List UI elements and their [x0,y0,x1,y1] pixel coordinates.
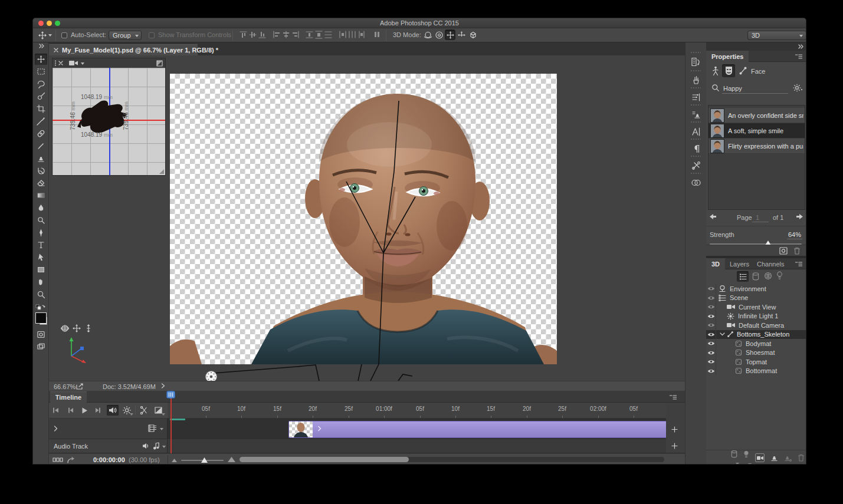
properties-menu-icon[interactable] [795,54,802,59]
3d-node-bodymat[interactable]: Bodymat [706,339,806,348]
transition-button[interactable] [152,405,164,416]
3d-slide-mode-icon[interactable] [456,29,467,40]
3d-tab[interactable]: 3D [706,258,725,269]
3d-drag-mode-icon[interactable] [445,29,455,40]
align-right-edges-icon[interactable] [291,31,300,38]
clone-stamp-tool[interactable] [35,153,47,164]
render-frame-icon[interactable] [779,247,788,255]
status-chevron-icon[interactable] [161,383,165,388]
auto-select-checkbox[interactable] [61,32,67,38]
mute-audio-button[interactable] [107,405,119,416]
work-area-marker[interactable] [170,419,185,420]
align-vertical-centers-icon[interactable] [249,31,257,39]
lasso-tool[interactable] [35,78,47,90]
visibility-eye-icon[interactable] [706,330,716,340]
video-track-filmstrip-icon[interactable] [148,424,156,432]
zoom-out-timeline-icon[interactable] [172,459,177,462]
quick-selection-tool[interactable] [35,91,47,102]
zoom-tool[interactable] [35,289,47,300]
properties-tab[interactable]: Properties [706,51,749,62]
flow-arrow-icon[interactable] [67,456,75,463]
zoom-in-timeline-icon[interactable] [228,457,235,462]
3d-node-default-camera[interactable]: Default Camera [706,321,806,330]
visibility-eye-icon[interactable] [706,312,716,321]
distribute-vertical-centers-icon[interactable] [315,31,323,39]
bones-icon[interactable] [739,66,747,75]
expression-item[interactable]: Flirty expression with a purs [708,139,805,154]
3d-node-topmat[interactable]: Topmat [706,357,806,367]
export-icon[interactable] [76,383,84,390]
visibility-eye-icon[interactable] [706,321,716,330]
strength-value-field[interactable]: 64% [788,231,801,238]
tool-preset-caret[interactable] [48,34,52,37]
visibility-eye-icon[interactable] [706,339,716,348]
move-tool-icon[interactable] [38,31,47,40]
align-top-edges-icon[interactable] [240,31,247,39]
document-tab[interactable]: My_Fuse_Model(1).psd @ 66.7% (Layer 1, R… [49,44,198,55]
expression-item[interactable]: An overly confident side sm [708,108,805,123]
timeline-menu-icon[interactable] [670,395,677,400]
instance-stamp-icon[interactable] [784,454,792,462]
timeline-ruler[interactable]: 05f 10f 15f 20f 25f 01:00f 05f 10f 15f 2… [168,403,666,419]
video-track-header[interactable] [49,419,168,439]
3d-node-bottoms-skeleton[interactable]: Bottoms_Skeleton [706,330,806,340]
zoom-level-field[interactable]: 66.67% [54,383,76,390]
brush-settings-panel-icon[interactable] [687,90,704,105]
face-mask-icon[interactable] [722,64,735,77]
timeline-scrollbar-thumb[interactable] [240,457,409,462]
timeline-zoom-slider-thumb[interactable] [201,457,208,463]
secondary-view-body[interactable]: 1048.19 mm 1048.19 mm 739.46 mm 739.46 m… [53,68,165,175]
3d-node-bottommat[interactable]: Bottommat [706,367,806,376]
distribute-right-edges-icon[interactable] [357,31,366,38]
foreground-color-swatch[interactable] [35,312,47,324]
next-page-arrow-icon[interactable] [796,213,803,220]
rectangle-tool[interactable] [35,264,47,275]
auto-select-dropdown[interactable]: Group [109,31,142,40]
move-tool[interactable] [35,54,47,65]
workspace-switcher[interactable]: 3D [747,31,806,40]
3d-panel-menu-icon[interactable] [795,262,802,266]
expression-search-input[interactable]: Happy [723,85,742,92]
visibility-eye-icon[interactable] [706,367,716,376]
new-camera-icon[interactable] [755,453,765,462]
search-settings-gear-icon[interactable] [793,84,801,92]
healing-brush-tool[interactable] [35,128,47,139]
align-bottom-edges-icon[interactable] [258,31,266,39]
brush-tool[interactable] [35,140,47,151]
distribute-spacing-icon[interactable] [373,31,381,38]
swap-colors-icon[interactable] [35,304,46,311]
eyedropper-tool[interactable] [35,116,47,127]
layers-tab[interactable]: Layers [724,258,755,269]
align-horizontal-centers-icon[interactable] [282,31,290,38]
audio-track-header[interactable]: Audio Track [49,439,168,453]
skeleton-person-icon[interactable] [711,66,720,76]
audio-track-speaker-icon[interactable] [142,443,150,449]
type-tool[interactable] [35,239,47,251]
doc-size-info[interactable]: Doc: 3.52M/4.69M [103,383,156,390]
visibility-eye-icon[interactable] [706,302,716,312]
filter-materials-icon[interactable] [752,272,759,281]
crop-tool[interactable] [35,103,47,114]
path-selection-tool[interactable] [35,252,47,263]
distribute-bottom-edges-icon[interactable] [324,31,332,39]
hand-tool[interactable] [35,276,47,288]
expression-item-selected[interactable]: A soft, simple smile [708,123,805,139]
history-panel-icon[interactable] [687,54,704,70]
playhead-line[interactable] [170,398,172,453]
add-audio-track-button[interactable] [671,443,678,449]
marquee-tool[interactable] [35,66,47,77]
track-expand-chevron-icon[interactable] [54,426,58,431]
tool-presets-panel-icon[interactable] [687,158,704,173]
brush-presets-panel-icon[interactable] [687,73,704,88]
split-at-playhead-scissors-icon[interactable] [138,405,150,416]
filter-meshes-icon[interactable] [764,272,772,280]
toolbar-collapse-icon[interactable] [38,44,44,48]
filter-lights-icon[interactable] [776,271,783,280]
clone-source-panel-icon[interactable] [687,107,704,122]
3d-node-current-view[interactable]: Current View [706,302,806,312]
cc-libraries-panel-icon[interactable] [687,175,704,190]
character-panel-icon[interactable] [687,124,704,139]
video-track-lane[interactable] [168,419,666,439]
add-video-track-button[interactable] [671,426,678,433]
canvas-viewport[interactable]: 1048.19 mm 1048.19 mm 739.46 mm 739.46 m… [49,55,685,381]
